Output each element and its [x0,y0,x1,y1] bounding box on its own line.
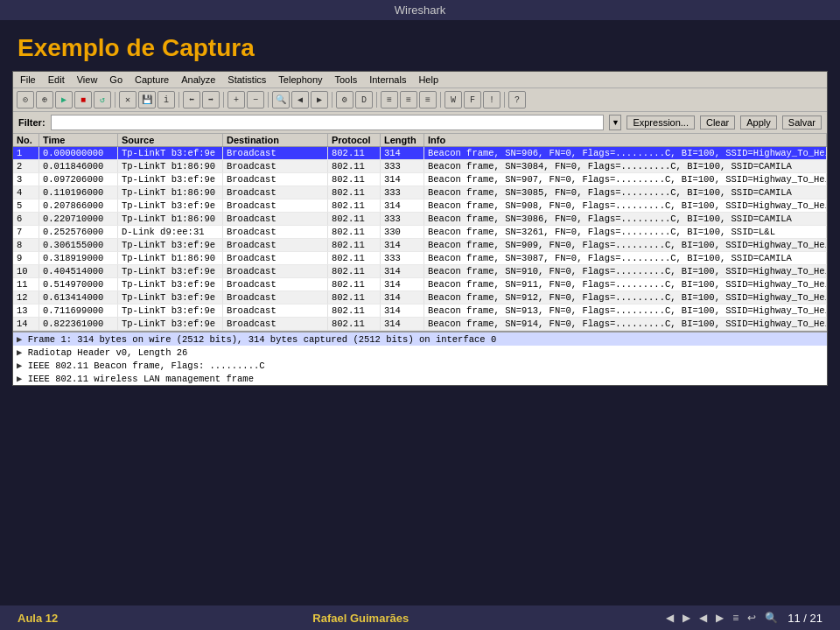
nav-down[interactable]: ▶ [713,610,726,626]
toolbar-btn-filter2[interactable]: F [464,91,481,108]
slide-title: Exemplo de Captura [18,34,255,61]
col-header-info: Info [424,134,827,146]
menu-item-edit[interactable]: Edit [46,74,66,86]
clear-button[interactable]: Clear [700,116,735,130]
packet-row[interactable]: 90.318919000Tp-LinkT b1:86:90Broadcast80… [13,252,827,265]
toolbar-btn-expert[interactable]: ! [483,91,500,108]
packet-list[interactable]: 10.000000000Tp-LinkT b3:ef:9eBroadcast80… [13,147,827,331]
packet-cell-6: Beacon frame, SN=3087, FN=0, Flags=.....… [424,252,827,264]
toolbar-btn-wireless[interactable]: W [444,91,462,108]
toolbar-btn-fwd[interactable]: ➡ [202,91,220,108]
nav-search[interactable]: 🔍 [762,610,780,626]
menu-item-go[interactable]: Go [108,74,124,86]
detail-row[interactable]: Frame 1: 314 bytes on wire (2512 bits), … [13,332,827,346]
packet-row[interactable]: 140.822361000Tp-LinkT b3:ef:9eBroadcast8… [13,318,827,331]
packet-cell-4: 802.11 [328,265,381,277]
detail-area: Frame 1: 314 bytes on wire (2512 bits), … [13,331,827,385]
packet-cell-1: 0.306155000 [39,239,118,251]
toolbar-btn-next[interactable]: ▶ [311,91,328,108]
toolbar-btn-info[interactable]: i [158,91,175,108]
toolbar-btn-search[interactable]: 🔍 [272,91,290,108]
packet-row[interactable]: 130.711699000Tp-LinkT b3:ef:9eBroadcast8… [13,304,827,318]
toolbar-sep-8 [504,92,505,108]
toolbar-btn-col3[interactable]: ≡ [419,91,437,108]
nav-up[interactable]: ◀ [696,610,710,626]
packet-cell-2: Tp-LinkT b1:86:90 [118,160,223,172]
packet-cell-4: 802.11 [328,186,381,199]
detail-row[interactable]: Radiotap Header v0, Length 26 [13,346,827,359]
status-center: Rafael Guimarães [312,612,409,625]
toolbar-btn-settings[interactable]: ⚙ [336,91,354,108]
menu-item-tools[interactable]: Tools [333,74,360,86]
packet-cell-4: 802.11 [328,213,381,225]
detail-row[interactable]: IEEE 802.11 Beacon frame, Flags: .......… [13,359,827,372]
packet-cell-3: Broadcast [223,239,328,251]
toolbar-btn-open[interactable]: ⊕ [36,91,53,108]
nav-undo[interactable]: ↩ [745,610,759,626]
toolbar-btn-back[interactable]: ⬅ [183,91,200,108]
packet-cell-3: Broadcast [223,226,328,238]
menu-item-analyze[interactable]: Analyze [179,74,217,86]
menu-item-capture[interactable]: Capture [133,74,171,86]
packet-cell-2: Tp-LinkT b3:ef:9e [118,239,223,251]
packet-cell-5: 333 [381,213,424,225]
menu-item-telephony[interactable]: Telephony [276,74,324,86]
toolbar-btn-save[interactable]: 💾 [138,91,156,108]
packet-row[interactable]: 110.514970000Tp-LinkT b3:ef:9eBroadcast8… [13,278,827,291]
menu-item-view[interactable]: View [75,74,100,86]
packet-row[interactable]: 10.000000000Tp-LinkT b3:ef:9eBroadcast80… [13,147,827,160]
nav-first[interactable]: ◀ [663,610,676,626]
packet-cell-0: 3 [13,173,39,186]
toolbar-btn-decode[interactable]: D [355,91,373,108]
packet-cell-4: 802.11 [328,173,381,186]
packet-cell-4: 802.11 [328,160,381,172]
toolbar-btn-new[interactable]: ⊙ [17,91,34,108]
menu-item-help[interactable]: Help [416,74,440,86]
packet-row[interactable]: 50.207866000Tp-LinkT b3:ef:9eBroadcast80… [13,200,827,213]
menu-item-file[interactable]: File [18,74,38,86]
packet-row[interactable]: 20.011846000Tp-LinkT b1:86:90Broadcast80… [13,160,827,173]
packet-row[interactable]: 60.220710000Tp-LinkT b1:86:90Broadcast80… [13,213,827,226]
packet-cell-2: Tp-LinkT b3:ef:9e [118,278,223,290]
packet-cell-6: Beacon frame, SN=914, FN=0, Flags=......… [424,318,827,330]
packet-row[interactable]: 120.613414000Tp-LinkT b3:ef:9eBroadcast8… [13,291,827,304]
toolbar-btn-col1[interactable]: ≡ [381,91,398,108]
packet-row[interactable]: 70.252576000D-Link d9:ee:31Broadcast802.… [13,226,827,239]
packet-cell-2: D-Link d9:ee:31 [118,226,223,238]
packet-row[interactable]: 40.110196000Tp-LinkT b1:86:90Broadcast80… [13,186,827,200]
packet-row[interactable]: 100.404514000Tp-LinkT b3:ef:9eBroadcast8… [13,265,827,278]
expression-button[interactable]: Expression... [626,116,695,130]
toolbar-btn-zoom-in[interactable]: + [228,91,245,108]
toolbar-btn-prev[interactable]: ◀ [291,91,309,108]
packet-cell-6: Beacon frame, SN=3085, FN=0, Flags=.....… [424,186,827,199]
packet-cell-4: 802.11 [328,291,381,304]
filter-input[interactable] [51,115,605,130]
toolbar-btn-restart[interactable]: ↺ [94,91,111,108]
toolbar-btn-zoom-out[interactable]: − [247,91,264,108]
toolbar-btn-col2[interactable]: ≡ [400,91,417,108]
nav-prev[interactable]: ▶ [680,610,693,626]
status-bar: Aula 12 Rafael Guimarães ◀ ▶ ◀ ▶ ≡ ↩ 🔍 1… [0,606,840,630]
toolbar-sep-5 [332,92,332,108]
menu-item-internals[interactable]: Internals [368,74,408,86]
toolbar-btn-stop[interactable]: ■ [74,91,92,108]
save-button[interactable]: Salvar [782,116,822,130]
detail-row[interactable]: IEEE 802.11 wireless LAN management fram… [13,372,827,385]
packet-cell-0: 6 [13,213,39,225]
packet-row[interactable]: 80.306155000Tp-LinkT b3:ef:9eBroadcast80… [13,239,827,252]
toolbar-btn-shark[interactable]: ▶ [55,91,73,108]
toolbar-btn-help[interactable]: ? [508,91,526,108]
nav-list[interactable]: ≡ [730,610,741,626]
toolbar-btn-close[interactable]: ✕ [119,91,136,108]
apply-button[interactable]: Apply [740,116,777,130]
packet-cell-0: 5 [13,200,39,212]
packet-row[interactable]: 30.097206000Tp-LinkT b3:ef:9eBroadcast80… [13,173,827,186]
packet-cell-0: 11 [13,278,39,290]
packet-cell-3: Broadcast [223,213,328,225]
filter-dropdown[interactable]: ▼ [609,115,621,130]
menu-item-statistics[interactable]: Statistics [226,74,268,86]
packet-cell-5: 314 [381,173,424,186]
packet-cell-5: 314 [381,318,424,330]
packet-cell-0: 1 [13,147,39,159]
packet-cell-6: Beacon frame, SN=910, FN=0, Flags=......… [424,265,827,277]
